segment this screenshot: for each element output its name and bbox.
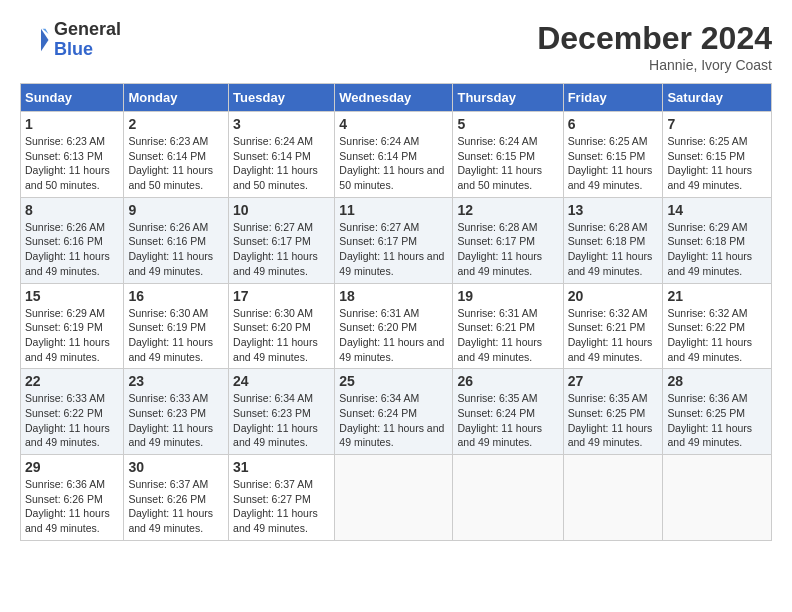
day-info: Sunrise: 6:37 AMSunset: 6:27 PMDaylight:… bbox=[233, 477, 330, 536]
day-info: Sunrise: 6:30 AMSunset: 6:19 PMDaylight:… bbox=[128, 306, 224, 365]
day-info: Sunrise: 6:25 AMSunset: 6:15 PMDaylight:… bbox=[667, 134, 767, 193]
day-info: Sunrise: 6:34 AMSunset: 6:23 PMDaylight:… bbox=[233, 391, 330, 450]
calendar-week-row: 1 Sunrise: 6:23 AMSunset: 6:13 PMDayligh… bbox=[21, 112, 772, 198]
day-info: Sunrise: 6:28 AMSunset: 6:17 PMDaylight:… bbox=[457, 220, 558, 279]
location-title: Hannie, Ivory Coast bbox=[537, 57, 772, 73]
day-number: 10 bbox=[233, 202, 330, 218]
logo-line1: General bbox=[54, 20, 121, 40]
day-info: Sunrise: 6:23 AMSunset: 6:13 PMDaylight:… bbox=[25, 134, 119, 193]
logo: General Blue bbox=[20, 20, 121, 60]
calendar-table: SundayMondayTuesdayWednesdayThursdayFrid… bbox=[20, 83, 772, 541]
day-info: Sunrise: 6:33 AMSunset: 6:23 PMDaylight:… bbox=[128, 391, 224, 450]
day-info: Sunrise: 6:24 AMSunset: 6:14 PMDaylight:… bbox=[233, 134, 330, 193]
calendar-cell: 16 Sunrise: 6:30 AMSunset: 6:19 PMDaylig… bbox=[124, 283, 229, 369]
weekday-header: Saturday bbox=[663, 84, 772, 112]
day-info: Sunrise: 6:26 AMSunset: 6:16 PMDaylight:… bbox=[128, 220, 224, 279]
day-number: 8 bbox=[25, 202, 119, 218]
calendar-cell: 5 Sunrise: 6:24 AMSunset: 6:15 PMDayligh… bbox=[453, 112, 563, 198]
day-number: 16 bbox=[128, 288, 224, 304]
weekday-header: Tuesday bbox=[229, 84, 335, 112]
calendar-cell: 15 Sunrise: 6:29 AMSunset: 6:19 PMDaylig… bbox=[21, 283, 124, 369]
day-info: Sunrise: 6:24 AMSunset: 6:15 PMDaylight:… bbox=[457, 134, 558, 193]
calendar-week-row: 29 Sunrise: 6:36 AMSunset: 6:26 PMDaylig… bbox=[21, 455, 772, 541]
calendar-cell: 27 Sunrise: 6:35 AMSunset: 6:25 PMDaylig… bbox=[563, 369, 663, 455]
calendar-cell: 9 Sunrise: 6:26 AMSunset: 6:16 PMDayligh… bbox=[124, 197, 229, 283]
day-info: Sunrise: 6:25 AMSunset: 6:15 PMDaylight:… bbox=[568, 134, 659, 193]
calendar-cell: 23 Sunrise: 6:33 AMSunset: 6:23 PMDaylig… bbox=[124, 369, 229, 455]
day-number: 1 bbox=[25, 116, 119, 132]
day-info: Sunrise: 6:33 AMSunset: 6:22 PMDaylight:… bbox=[25, 391, 119, 450]
day-info: Sunrise: 6:24 AMSunset: 6:14 PMDaylight:… bbox=[339, 134, 448, 193]
calendar-cell: 11 Sunrise: 6:27 AMSunset: 6:17 PMDaylig… bbox=[335, 197, 453, 283]
calendar-cell: 13 Sunrise: 6:28 AMSunset: 6:18 PMDaylig… bbox=[563, 197, 663, 283]
calendar-cell: 7 Sunrise: 6:25 AMSunset: 6:15 PMDayligh… bbox=[663, 112, 772, 198]
calendar-cell: 2 Sunrise: 6:23 AMSunset: 6:14 PMDayligh… bbox=[124, 112, 229, 198]
day-number: 17 bbox=[233, 288, 330, 304]
day-number: 13 bbox=[568, 202, 659, 218]
day-info: Sunrise: 6:36 AMSunset: 6:26 PMDaylight:… bbox=[25, 477, 119, 536]
calendar-cell: 30 Sunrise: 6:37 AMSunset: 6:26 PMDaylig… bbox=[124, 455, 229, 541]
day-number: 24 bbox=[233, 373, 330, 389]
day-info: Sunrise: 6:35 AMSunset: 6:25 PMDaylight:… bbox=[568, 391, 659, 450]
day-info: Sunrise: 6:34 AMSunset: 6:24 PMDaylight:… bbox=[339, 391, 448, 450]
day-info: Sunrise: 6:32 AMSunset: 6:22 PMDaylight:… bbox=[667, 306, 767, 365]
calendar-cell: 25 Sunrise: 6:34 AMSunset: 6:24 PMDaylig… bbox=[335, 369, 453, 455]
day-number: 5 bbox=[457, 116, 558, 132]
calendar-cell bbox=[663, 455, 772, 541]
day-info: Sunrise: 6:32 AMSunset: 6:21 PMDaylight:… bbox=[568, 306, 659, 365]
calendar-week-row: 22 Sunrise: 6:33 AMSunset: 6:22 PMDaylig… bbox=[21, 369, 772, 455]
calendar-cell: 24 Sunrise: 6:34 AMSunset: 6:23 PMDaylig… bbox=[229, 369, 335, 455]
calendar-cell: 14 Sunrise: 6:29 AMSunset: 6:18 PMDaylig… bbox=[663, 197, 772, 283]
day-number: 3 bbox=[233, 116, 330, 132]
day-number: 21 bbox=[667, 288, 767, 304]
day-number: 22 bbox=[25, 373, 119, 389]
calendar-cell: 10 Sunrise: 6:27 AMSunset: 6:17 PMDaylig… bbox=[229, 197, 335, 283]
calendar-cell bbox=[563, 455, 663, 541]
calendar-cell: 29 Sunrise: 6:36 AMSunset: 6:26 PMDaylig… bbox=[21, 455, 124, 541]
calendar-cell: 19 Sunrise: 6:31 AMSunset: 6:21 PMDaylig… bbox=[453, 283, 563, 369]
day-number: 12 bbox=[457, 202, 558, 218]
weekday-header: Wednesday bbox=[335, 84, 453, 112]
calendar-cell: 31 Sunrise: 6:37 AMSunset: 6:27 PMDaylig… bbox=[229, 455, 335, 541]
day-number: 26 bbox=[457, 373, 558, 389]
month-title: December 2024 bbox=[537, 20, 772, 57]
calendar-cell: 22 Sunrise: 6:33 AMSunset: 6:22 PMDaylig… bbox=[21, 369, 124, 455]
day-number: 27 bbox=[568, 373, 659, 389]
day-number: 31 bbox=[233, 459, 330, 475]
weekday-header-row: SundayMondayTuesdayWednesdayThursdayFrid… bbox=[21, 84, 772, 112]
day-info: Sunrise: 6:23 AMSunset: 6:14 PMDaylight:… bbox=[128, 134, 224, 193]
day-info: Sunrise: 6:35 AMSunset: 6:24 PMDaylight:… bbox=[457, 391, 558, 450]
day-info: Sunrise: 6:37 AMSunset: 6:26 PMDaylight:… bbox=[128, 477, 224, 536]
day-number: 2 bbox=[128, 116, 224, 132]
title-block: December 2024 Hannie, Ivory Coast bbox=[537, 20, 772, 73]
day-info: Sunrise: 6:31 AMSunset: 6:20 PMDaylight:… bbox=[339, 306, 448, 365]
day-number: 28 bbox=[667, 373, 767, 389]
day-number: 30 bbox=[128, 459, 224, 475]
day-info: Sunrise: 6:27 AMSunset: 6:17 PMDaylight:… bbox=[339, 220, 448, 279]
day-number: 7 bbox=[667, 116, 767, 132]
day-number: 4 bbox=[339, 116, 448, 132]
page-header: General Blue December 2024 Hannie, Ivory… bbox=[20, 20, 772, 73]
calendar-cell: 4 Sunrise: 6:24 AMSunset: 6:14 PMDayligh… bbox=[335, 112, 453, 198]
day-info: Sunrise: 6:30 AMSunset: 6:20 PMDaylight:… bbox=[233, 306, 330, 365]
weekday-header: Thursday bbox=[453, 84, 563, 112]
calendar-cell: 26 Sunrise: 6:35 AMSunset: 6:24 PMDaylig… bbox=[453, 369, 563, 455]
weekday-header: Monday bbox=[124, 84, 229, 112]
day-number: 14 bbox=[667, 202, 767, 218]
calendar-week-row: 8 Sunrise: 6:26 AMSunset: 6:16 PMDayligh… bbox=[21, 197, 772, 283]
day-info: Sunrise: 6:29 AMSunset: 6:18 PMDaylight:… bbox=[667, 220, 767, 279]
day-number: 20 bbox=[568, 288, 659, 304]
calendar-cell: 6 Sunrise: 6:25 AMSunset: 6:15 PMDayligh… bbox=[563, 112, 663, 198]
calendar-cell: 17 Sunrise: 6:30 AMSunset: 6:20 PMDaylig… bbox=[229, 283, 335, 369]
day-number: 19 bbox=[457, 288, 558, 304]
day-number: 6 bbox=[568, 116, 659, 132]
day-info: Sunrise: 6:29 AMSunset: 6:19 PMDaylight:… bbox=[25, 306, 119, 365]
day-number: 15 bbox=[25, 288, 119, 304]
day-number: 9 bbox=[128, 202, 224, 218]
calendar-cell: 28 Sunrise: 6:36 AMSunset: 6:25 PMDaylig… bbox=[663, 369, 772, 455]
day-number: 25 bbox=[339, 373, 448, 389]
calendar-cell: 18 Sunrise: 6:31 AMSunset: 6:20 PMDaylig… bbox=[335, 283, 453, 369]
calendar-cell: 12 Sunrise: 6:28 AMSunset: 6:17 PMDaylig… bbox=[453, 197, 563, 283]
logo-icon bbox=[20, 25, 50, 55]
weekday-header: Sunday bbox=[21, 84, 124, 112]
